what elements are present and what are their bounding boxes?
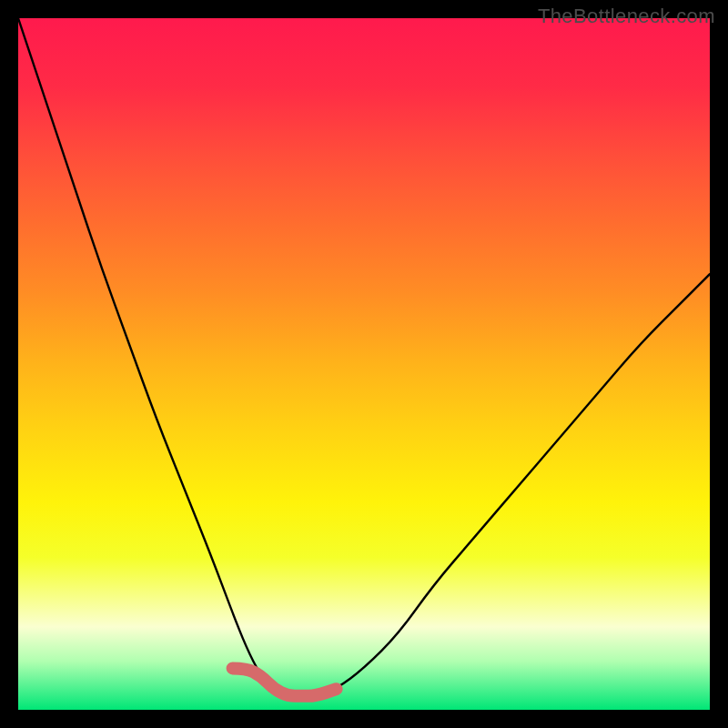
watermark-text: TheBottleneck.com	[538, 5, 715, 28]
curve-highlight	[233, 668, 337, 695]
bottleneck-curve	[18, 18, 710, 696]
curve-layer	[18, 18, 710, 710]
chart-frame	[18, 18, 710, 710]
